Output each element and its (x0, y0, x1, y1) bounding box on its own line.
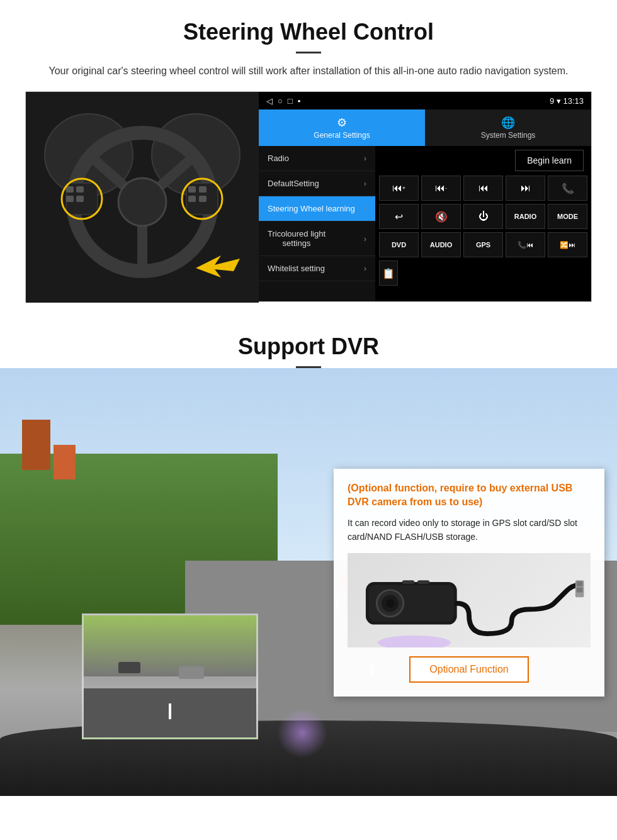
globe-icon: 🌐 (501, 116, 515, 130)
chevron-icon: › (364, 204, 366, 213)
menu-radio-label: Radio (268, 154, 289, 163)
svg-rect-29 (417, 580, 429, 584)
menu-whitelist-label: Whitelist setting (268, 264, 325, 273)
chevron-icon: › (364, 234, 366, 244)
menu-steering-label: Steering Wheel learning (268, 204, 355, 213)
hangup-btn[interactable]: ↩ (379, 204, 419, 229)
road-scene: (Optional function, require to buy exter… (0, 368, 617, 796)
svg-point-27 (386, 599, 395, 608)
section1-description: Your original car's steering wheel contr… (38, 64, 579, 79)
steering-photo: + (26, 92, 259, 303)
chevron-icon: › (364, 179, 366, 188)
extra-btn[interactable]: 📋 (379, 260, 398, 286)
tab-system-label: System Settings (481, 131, 536, 140)
control-buttons-panel: Begin learn ⏮+ ⏮- ⏮ ⏭ 📞 ↩ 🔇 ⏻ (375, 146, 591, 301)
menu-default-label: DefaultSetting (268, 179, 319, 188)
svg-point-33 (378, 636, 451, 647)
dvd-btn[interactable]: DVD (379, 232, 419, 257)
shuffle-btn[interactable]: 🔀⏭ (548, 232, 587, 257)
svg-rect-11 (66, 186, 74, 193)
begin-learn-button[interactable]: Begin learn (515, 150, 584, 171)
phone-prev-btn[interactable]: 📞⏮ (506, 232, 545, 257)
light-beam (277, 708, 327, 758)
svg-rect-16 (188, 186, 196, 193)
svg-rect-31 (577, 581, 583, 586)
section1-divider (296, 52, 321, 53)
back-icon: ◁ (266, 96, 273, 106)
optional-function-button[interactable]: Optional Function (409, 656, 528, 683)
tab-general-label: General Settings (314, 131, 370, 140)
dvr-normal-text: It can record video only to storage in G… (348, 516, 591, 544)
tab-system-settings[interactable]: 🌐 System Settings (425, 109, 591, 146)
gear-icon: ⚙ (337, 116, 347, 130)
preview-road-bg (84, 615, 256, 676)
preview-road-line (169, 703, 171, 719)
preview-car-2 (179, 666, 204, 679)
settings-tabs: ⚙ General Settings 🌐 System Settings (259, 109, 591, 146)
dvr-info-card: (Optional function, require to buy exter… (334, 469, 604, 697)
begin-learn-area: Begin learn (379, 150, 587, 171)
recents-icon: □ (288, 96, 293, 106)
building-2 (22, 420, 50, 470)
svg-rect-32 (577, 587, 583, 592)
radio-btn[interactable]: RADIO (506, 204, 545, 229)
optional-fn-container: Optional Function (348, 656, 591, 683)
chevron-icon: › (364, 154, 366, 163)
menu-item-radio[interactable]: Radio › (259, 146, 375, 171)
dvr-camera-illustration (348, 553, 591, 647)
mode-btn[interactable]: MODE (548, 204, 587, 229)
svg-rect-13 (76, 186, 84, 193)
audio-btn[interactable]: AUDIO (421, 232, 461, 257)
phone-btn[interactable]: 📞 (548, 176, 587, 201)
prev-btn[interactable]: ⏮ (463, 176, 503, 201)
chevron-icon: › (364, 264, 366, 273)
svg-rect-18 (188, 196, 196, 202)
svg-rect-17 (199, 186, 207, 193)
svg-point-8 (118, 178, 166, 226)
vol-up-btn[interactable]: ⏮+ (379, 176, 419, 201)
preview-car-1 (118, 662, 140, 673)
steering-wheel-svg: + (26, 92, 259, 303)
section2-title: Support DVR (0, 333, 617, 360)
dvr-background: (Optional function, require to buy exter… (0, 368, 617, 796)
control-row-1: ⏮+ ⏮- ⏮ ⏭ 📞 (379, 176, 587, 201)
dashboard-preview (82, 613, 258, 739)
steering-wheel-section: Steering Wheel Control Your original car… (0, 0, 617, 315)
menu-icon: ▪ (298, 96, 301, 106)
power-btn[interactable]: ⏻ (463, 204, 503, 229)
mute-btn[interactable]: 🔇 (421, 204, 461, 229)
tab-general-settings[interactable]: ⚙ General Settings (259, 109, 425, 146)
android-ui: ◁ ○ □ ▪ 9 ▾ 13:13 ⚙ General Settings 🌐 S… (259, 92, 591, 301)
camera-svg (348, 553, 591, 647)
statusbar-left: ◁ ○ □ ▪ (266, 96, 300, 106)
menu-item-tricoloured[interactable]: Tricoloured lightsettings › (259, 221, 375, 256)
statusbar-right: 9 ▾ 13:13 (550, 96, 584, 106)
settings-menu: Radio › DefaultSetting › Steering Wheel … (259, 146, 375, 301)
vol-down-btn[interactable]: ⏮- (421, 176, 461, 201)
menu-tricoloured-label: Tricoloured lightsettings (268, 229, 325, 248)
control-row-2: ↩ 🔇 ⏻ RADIO MODE (379, 204, 587, 229)
building-3 (54, 445, 76, 479)
home-icon: ○ (278, 96, 283, 106)
control-row-4: 📋 (379, 260, 587, 286)
gps-btn[interactable]: GPS (463, 232, 503, 257)
settings-content: Radio › DefaultSetting › Steering Wheel … (259, 146, 591, 301)
menu-item-steering-wheel[interactable]: Steering Wheel learning › (259, 196, 375, 221)
statusbar: ◁ ○ □ ▪ 9 ▾ 13:13 (259, 92, 591, 109)
menu-item-whitelist[interactable]: Whitelist setting › (259, 256, 375, 281)
steering-visual-container: + ◁ (25, 91, 592, 302)
svg-rect-14 (76, 196, 84, 202)
section1-title: Steering Wheel Control (25, 19, 592, 45)
svg-rect-19 (199, 196, 207, 202)
menu-item-default-setting[interactable]: DefaultSetting › (259, 171, 375, 196)
control-row-3: DVD AUDIO GPS 📞⏮ 🔀⏭ (379, 232, 587, 257)
svg-rect-28 (402, 580, 414, 584)
dvr-section: Support DVR (0, 315, 617, 796)
dvr-orange-text: (Optional function, require to buy exter… (348, 481, 591, 510)
svg-rect-12 (66, 196, 74, 202)
next-btn[interactable]: ⏭ (506, 176, 545, 201)
